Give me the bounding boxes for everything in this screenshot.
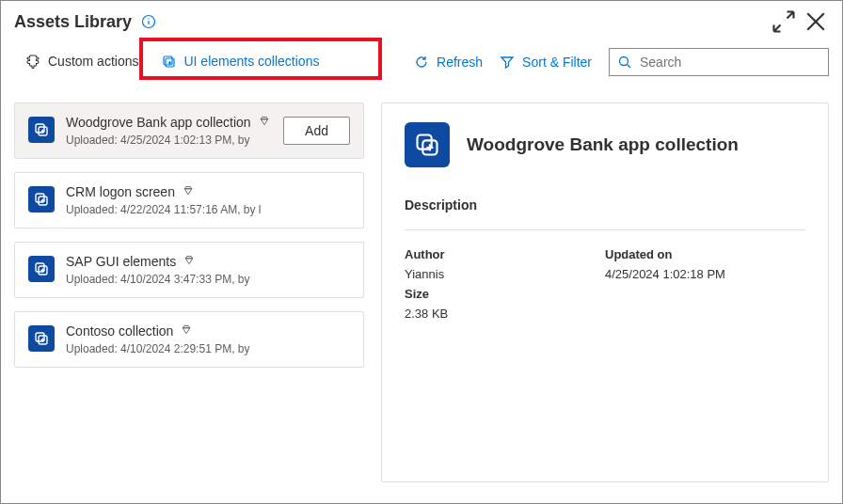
svg-line-10 xyxy=(628,65,631,69)
sort-filter-label: Sort & Filter xyxy=(522,55,592,70)
collection-icon xyxy=(28,186,55,213)
description-label: Description xyxy=(405,197,805,213)
tab-custom-actions[interactable]: Custom actions xyxy=(14,46,150,78)
updated-label: Updated on xyxy=(605,247,805,261)
tab-ui-collections[interactable]: UI elements collections xyxy=(150,46,330,78)
svg-rect-5 xyxy=(164,56,172,65)
item-title: Contoso collection xyxy=(66,323,173,339)
expand-icon[interactable] xyxy=(771,8,797,35)
diamond-icon xyxy=(181,324,192,339)
close-icon[interactable] xyxy=(803,8,829,35)
size-label: Size xyxy=(405,287,605,301)
item-meta: Uploaded: 4/10/2024 2:29:51 PM, by xyxy=(66,342,350,355)
item-meta: Uploaded: 4/25/2024 1:02:13 PM, by xyxy=(66,134,272,147)
info-icon[interactable] xyxy=(141,14,156,29)
collections-list: Woodgrove Bank app collection Uploaded: … xyxy=(14,102,364,482)
updated-value: 4/25/2024 1:02:18 PM xyxy=(605,267,805,281)
list-item[interactable]: Woodgrove Bank app collection Uploaded: … xyxy=(14,102,364,159)
svg-point-2 xyxy=(148,18,149,19)
list-item[interactable]: Contoso collection Uploaded: 4/10/2024 2… xyxy=(14,311,364,368)
add-button[interactable]: Add xyxy=(283,117,350,145)
refresh-button[interactable]: Refresh xyxy=(414,55,483,70)
list-item[interactable]: SAP GUI elements Uploaded: 4/10/2024 3:4… xyxy=(14,242,364,298)
divider xyxy=(405,229,805,230)
sort-filter-button[interactable]: Sort & Filter xyxy=(500,55,592,70)
diamond-icon xyxy=(259,116,270,130)
search-input[interactable] xyxy=(638,54,820,71)
collection-icon xyxy=(28,117,55,143)
detail-panel: Woodgrove Bank app collection Descriptio… xyxy=(381,102,829,482)
refresh-label: Refresh xyxy=(437,55,483,70)
item-title: CRM logon screen xyxy=(66,184,175,199)
size-value: 2.38 KB xyxy=(405,307,605,321)
search-field[interactable] xyxy=(609,48,829,76)
detail-title: Woodgrove Bank app collection xyxy=(467,134,739,155)
author-label: Author xyxy=(405,247,605,261)
collection-icon xyxy=(28,256,55,282)
author-value: Yiannis xyxy=(405,267,605,281)
tab-label: Custom actions xyxy=(48,54,138,69)
diamond-icon xyxy=(183,185,194,199)
item-meta: Uploaded: 4/22/2024 11:57:16 AM, by l xyxy=(66,203,350,216)
collection-icon xyxy=(28,325,55,352)
svg-point-9 xyxy=(620,57,628,66)
item-title: SAP GUI elements xyxy=(66,254,176,269)
page-title: Assets Library xyxy=(14,12,132,32)
diamond-icon xyxy=(183,255,195,269)
item-meta: Uploaded: 4/10/2024 3:47:33 PM, by xyxy=(66,273,350,286)
item-title: Woodgrove Bank app collection xyxy=(66,115,251,130)
tab-label: UI elements collections xyxy=(183,54,319,69)
collection-icon-large xyxy=(405,122,450,167)
list-item[interactable]: CRM logon screen Uploaded: 4/22/2024 11:… xyxy=(14,172,364,228)
